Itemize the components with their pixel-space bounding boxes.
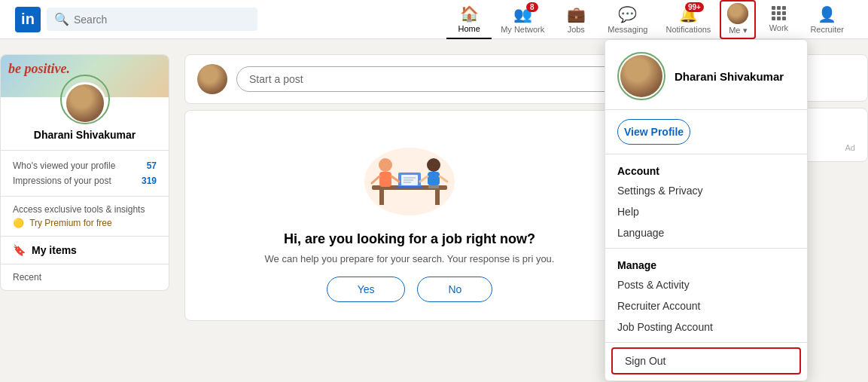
search-icon: 🔍 bbox=[54, 12, 69, 26]
svg-rect-3 bbox=[435, 190, 440, 205]
nav-notifications-label: Notifications bbox=[665, 25, 711, 34]
premium-link[interactable]: 🟡 Try Premium for free bbox=[13, 218, 157, 228]
banner-text: be positive. bbox=[8, 61, 70, 77]
profile-premium: Access exclusive tools & insights 🟡 Try … bbox=[1, 196, 169, 236]
job-prompt-buttons: Yes No bbox=[200, 277, 619, 302]
jobs-icon: 💼 bbox=[567, 5, 586, 23]
language-item[interactable]: Language bbox=[605, 222, 807, 243]
dropdown-header: Dharani Shivakumar bbox=[605, 40, 807, 110]
svg-rect-7 bbox=[379, 172, 391, 187]
stat-views-value: 57 bbox=[147, 160, 157, 171]
recruiter-account-item[interactable]: Recruiter Account bbox=[605, 295, 807, 316]
profile-avatar[interactable] bbox=[64, 82, 106, 124]
manage-section-title: Manage bbox=[605, 253, 807, 274]
nav-home-label: Home bbox=[458, 24, 480, 33]
profile-name[interactable]: Dharani Shivakumar bbox=[13, 129, 157, 141]
job-yes-button[interactable]: Yes bbox=[327, 277, 406, 302]
nav-items: 🏠 Home 👥 8 My Network 💼 Jobs 💬 Messaging… bbox=[446, 0, 853, 39]
grid-icon bbox=[772, 6, 786, 20]
job-illustration bbox=[200, 129, 619, 219]
svg-rect-5 bbox=[396, 186, 423, 188]
stat-row-impressions[interactable]: Impressions of your post 319 bbox=[13, 173, 157, 188]
recent-label: Recent bbox=[13, 272, 41, 283]
my-items[interactable]: 🔖 My items bbox=[1, 236, 169, 264]
bookmark-icon: 🔖 bbox=[13, 244, 26, 256]
nav-messaging[interactable]: 💬 Messaging bbox=[598, 0, 656, 39]
svg-point-10 bbox=[427, 158, 440, 172]
account-section-title: Account bbox=[605, 159, 807, 180]
help-item[interactable]: Help bbox=[605, 201, 807, 222]
divider-1 bbox=[605, 154, 807, 154]
nav-me-label: Me ▾ bbox=[729, 26, 747, 35]
svg-point-6 bbox=[379, 158, 392, 172]
search-bar[interactable]: 🔍 bbox=[47, 8, 257, 31]
premium-link-text: Try Premium for free bbox=[29, 218, 112, 228]
profile-stats: Who's viewed your profile 57 Impressions… bbox=[1, 150, 169, 196]
recent-section: Recent bbox=[1, 264, 169, 290]
nav-me[interactable]: Me ▾ bbox=[720, 0, 756, 39]
profile-card: be positive. Dharani Shivakumar Who's vi… bbox=[0, 54, 169, 291]
job-prompt-title: Hi, are you looking for a job right now? bbox=[200, 231, 619, 247]
messaging-icon: 💬 bbox=[618, 5, 637, 23]
search-input[interactable] bbox=[74, 14, 250, 26]
dropdown-avatar bbox=[620, 55, 662, 97]
profile-info: Dharani Shivakumar bbox=[1, 124, 169, 150]
view-profile-button[interactable]: View Profile bbox=[617, 119, 690, 145]
svg-rect-11 bbox=[428, 172, 440, 185]
recruiter-icon: 👤 bbox=[818, 5, 836, 23]
nav-network[interactable]: 👥 8 My Network bbox=[492, 0, 553, 39]
my-items-label: My items bbox=[32, 244, 77, 256]
dropdown-avatar-wrap bbox=[617, 52, 665, 100]
nav-network-label: My Network bbox=[501, 25, 544, 34]
me-avatar bbox=[727, 3, 748, 24]
start-post-card: Start a post bbox=[184, 54, 635, 104]
nav-recruiter-label: Recruiter bbox=[810, 25, 844, 34]
svg-rect-14 bbox=[428, 185, 439, 188]
posts-activity-item[interactable]: Posts & Activity bbox=[605, 274, 807, 295]
home-icon: 🏠 bbox=[460, 5, 479, 23]
nav-jobs-label: Jobs bbox=[568, 25, 585, 34]
divider-2 bbox=[605, 248, 807, 249]
premium-icon: 🟡 bbox=[13, 218, 24, 228]
linkedin-logo[interactable]: in bbox=[15, 7, 41, 32]
stat-views-label: Who's viewed your profile bbox=[13, 160, 115, 171]
job-posting-item[interactable]: Job Posting Account bbox=[605, 316, 807, 338]
me-dropdown: Dharani Shivakumar View Profile Account … bbox=[605, 39, 808, 342]
post-input[interactable]: Start a post bbox=[236, 66, 622, 92]
navbar: in 🔍 🏠 Home 👥 8 My Network 💼 Jobs 💬 Mess… bbox=[0, 0, 868, 39]
network-badge: 8 bbox=[526, 2, 538, 12]
stat-impressions-label: Impressions of your post bbox=[13, 176, 111, 186]
nav-jobs[interactable]: 💼 Jobs bbox=[553, 0, 598, 39]
job-prompt-card: Hi, are you looking for a job right now?… bbox=[184, 110, 635, 321]
notifications-badge: 99+ bbox=[685, 2, 704, 12]
svg-rect-2 bbox=[379, 190, 384, 205]
premium-text: Access exclusive tools & insights bbox=[13, 204, 157, 215]
job-no-button[interactable]: No bbox=[417, 277, 492, 302]
nav-recruiter[interactable]: 👤 Recruiter bbox=[801, 0, 853, 39]
settings-privacy-item[interactable]: Settings & Privacy bbox=[605, 180, 807, 201]
network-icon: 👥 8 bbox=[513, 5, 532, 23]
left-sidebar: be positive. Dharani Shivakumar Who's vi… bbox=[0, 54, 169, 327]
notifications-icon: 🔔 99+ bbox=[679, 5, 698, 23]
nav-notifications[interactable]: 🔔 99+ Notifications bbox=[656, 0, 720, 39]
job-prompt-desc: We can help you prepare for your search.… bbox=[200, 253, 619, 264]
profile-avatar-ring bbox=[64, 82, 106, 124]
center-feed: Start a post bbox=[184, 54, 635, 327]
nav-messaging-label: Messaging bbox=[608, 25, 647, 34]
me-avatar-img bbox=[727, 3, 748, 24]
nav-home[interactable]: 🏠 Home bbox=[446, 0, 492, 39]
post-avatar bbox=[197, 64, 227, 94]
stat-row-views[interactable]: Who's viewed your profile 57 bbox=[13, 158, 157, 173]
nav-work[interactable]: Work bbox=[756, 0, 801, 39]
nav-work-label: Work bbox=[769, 23, 788, 32]
dropdown-user-name: Dharani Shivakumar bbox=[675, 70, 784, 83]
stat-impressions-value: 319 bbox=[142, 176, 157, 186]
